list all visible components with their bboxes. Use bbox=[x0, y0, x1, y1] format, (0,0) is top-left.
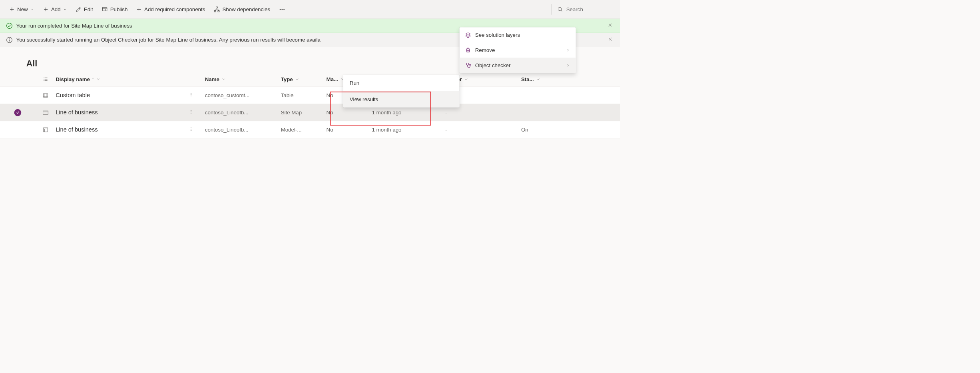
svg-point-20 bbox=[191, 128, 191, 128]
chevron-down-icon bbox=[295, 77, 299, 81]
close-icon bbox=[608, 37, 613, 42]
icon-column-header[interactable] bbox=[36, 76, 56, 82]
new-label: New bbox=[17, 6, 28, 12]
table-row[interactable]: Custom tablecontoso_customt...TableNojus… bbox=[0, 87, 620, 104]
chevron-down-icon bbox=[536, 77, 540, 81]
add-button[interactable]: Add bbox=[40, 4, 71, 15]
row-checkbox[interactable] bbox=[0, 109, 36, 116]
add-required-button[interactable]: Add required components bbox=[133, 4, 209, 15]
object-checker-label: Object checker bbox=[475, 62, 562, 68]
svg-point-13 bbox=[191, 94, 191, 95]
type-column-header[interactable]: Type bbox=[281, 76, 327, 82]
name-cell: contoso_Lineofb... bbox=[205, 127, 281, 133]
add-label: Add bbox=[51, 6, 61, 12]
publish-icon bbox=[102, 6, 108, 12]
grid-header: Display name ↑ Name Type Ma... Last Modi… bbox=[0, 72, 620, 87]
ellipsis-icon bbox=[279, 6, 285, 12]
display-name-cell: Line of business bbox=[56, 125, 205, 135]
name-cell: contoso_Lineofb... bbox=[205, 110, 281, 116]
see-solution-layers-item[interactable]: See solution layers bbox=[460, 27, 576, 42]
new-button[interactable]: New bbox=[6, 4, 38, 15]
status-column-header[interactable]: Sta... bbox=[521, 76, 562, 82]
status-header-label: Sta... bbox=[521, 76, 534, 82]
object-checker-submenu: Run View results bbox=[343, 75, 459, 107]
status-cell: On bbox=[521, 127, 562, 133]
managed-cell: No bbox=[327, 127, 372, 133]
chevron-down-icon bbox=[96, 77, 101, 81]
run-item[interactable]: Run bbox=[343, 75, 459, 91]
close-icon bbox=[608, 22, 613, 28]
remove-item[interactable]: Remove bbox=[460, 42, 576, 58]
chevron-down-icon bbox=[30, 7, 34, 11]
see-layers-label: See solution layers bbox=[475, 32, 570, 38]
object-checker-item[interactable]: Object checker bbox=[460, 58, 576, 73]
command-bar: New Add Edit Publish Add required compon… bbox=[0, 0, 620, 19]
remove-label: Remove bbox=[475, 47, 562, 53]
svg-rect-0 bbox=[102, 7, 107, 11]
view-results-item[interactable]: View results bbox=[343, 91, 459, 108]
close-success-button[interactable] bbox=[606, 21, 614, 30]
chevron-down-icon bbox=[221, 77, 226, 81]
vertical-ellipsis-icon bbox=[189, 92, 193, 98]
component-grid: Display name ↑ Name Type Ma... Last Modi… bbox=[0, 72, 620, 138]
vertical-ellipsis-icon bbox=[189, 126, 193, 132]
svg-point-21 bbox=[191, 129, 191, 130]
publish-button[interactable]: Publish bbox=[98, 4, 131, 15]
display-name-cell: Custom table bbox=[56, 90, 205, 100]
display-name-text[interactable]: Line of business bbox=[56, 109, 98, 116]
row-more-button[interactable] bbox=[187, 108, 195, 118]
show-deps-label: Show dependencies bbox=[222, 6, 270, 12]
svg-rect-3 bbox=[218, 10, 219, 12]
edit-label: Edit bbox=[84, 6, 93, 12]
owner-cell: - bbox=[445, 127, 521, 133]
show-dependencies-button[interactable]: Show dependencies bbox=[210, 4, 274, 15]
table-row[interactable]: Line of businesscontoso_Lineofb...Model-… bbox=[0, 121, 620, 138]
table-row[interactable]: Line of businesscontoso_Lineofb...Site M… bbox=[0, 104, 620, 121]
display-name-cell: Line of business bbox=[56, 108, 205, 118]
display-name-text[interactable]: Line of business bbox=[56, 126, 98, 133]
layers-icon bbox=[465, 32, 471, 38]
close-info-button[interactable] bbox=[606, 35, 614, 44]
svg-point-10 bbox=[9, 38, 10, 39]
type-cell: Model-... bbox=[281, 127, 327, 133]
svg-point-18 bbox=[191, 113, 191, 114]
list-icon bbox=[43, 76, 48, 82]
type-cell: Site Map bbox=[281, 110, 327, 116]
chevron-down-icon bbox=[464, 77, 468, 81]
managed-cell: No bbox=[327, 110, 372, 116]
display-name-column-header[interactable]: Display name ↑ bbox=[56, 76, 205, 82]
view-results-label: View results bbox=[350, 96, 453, 102]
chevron-down-icon bbox=[63, 7, 67, 11]
svg-rect-19 bbox=[44, 128, 48, 132]
row-type-icon bbox=[36, 110, 56, 115]
search-icon bbox=[557, 6, 563, 12]
search-input[interactable] bbox=[566, 6, 612, 12]
vertical-ellipsis-icon bbox=[189, 109, 193, 115]
type-cell: Table bbox=[281, 92, 327, 98]
pencil-icon bbox=[76, 6, 82, 12]
svg-point-23 bbox=[470, 64, 471, 65]
svg-point-8 bbox=[7, 23, 12, 28]
display-name-text[interactable]: Custom table bbox=[56, 92, 90, 99]
row-type-icon bbox=[36, 92, 56, 98]
name-cell: contoso_customt... bbox=[205, 92, 281, 98]
search-box[interactable] bbox=[554, 4, 615, 15]
info-icon bbox=[6, 36, 12, 43]
chevron-right-icon bbox=[566, 48, 570, 52]
type-header-label: Type bbox=[281, 76, 293, 82]
svg-point-6 bbox=[283, 9, 284, 10]
add-required-label: Add required components bbox=[144, 6, 205, 12]
last-modified-cell: 1 month ago bbox=[372, 127, 446, 133]
row-more-button[interactable] bbox=[187, 90, 195, 100]
sort-ascending-icon: ↑ bbox=[92, 76, 94, 82]
row-more-button[interactable] bbox=[187, 125, 195, 135]
edit-button[interactable]: Edit bbox=[72, 4, 97, 15]
plus-icon bbox=[43, 6, 49, 12]
success-text: Your run completed for Site Map Line of … bbox=[16, 23, 132, 29]
name-column-header[interactable]: Name bbox=[205, 76, 281, 82]
svg-point-14 bbox=[191, 96, 191, 96]
svg-rect-1 bbox=[216, 7, 218, 8]
row-type-icon bbox=[36, 127, 56, 132]
plus-icon bbox=[9, 6, 15, 12]
more-commands-button[interactable] bbox=[275, 4, 289, 15]
